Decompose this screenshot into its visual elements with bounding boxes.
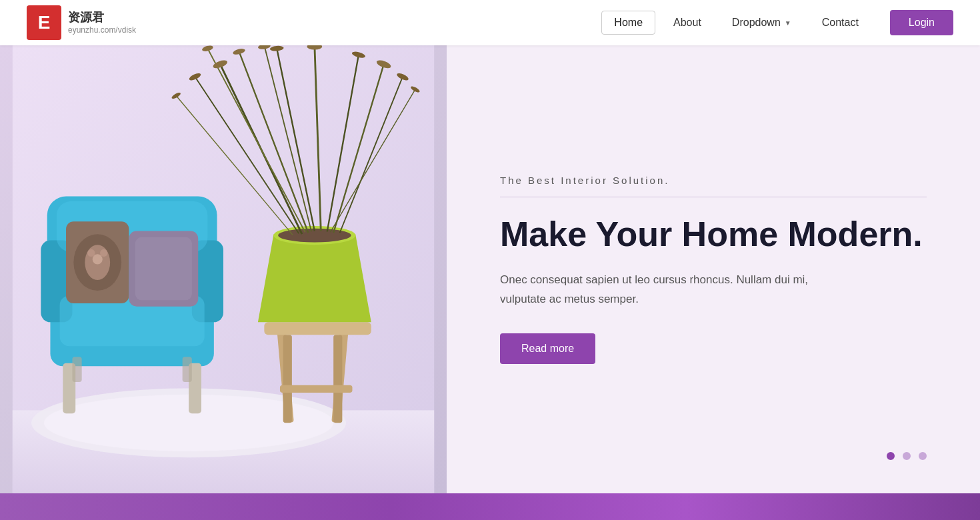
svg-rect-20 (72, 357, 81, 382)
svg-point-15 (100, 249, 107, 257)
hero-divider (500, 197, 927, 197)
footer-strip (0, 493, 980, 520)
logo: E 资源君 eyunzhu.com/vdisk (27, 5, 136, 40)
read-more-button[interactable]: Read more (500, 333, 595, 364)
furniture-svg (0, 45, 447, 493)
hero-image (0, 45, 447, 493)
nav-about[interactable]: About (661, 11, 714, 35)
nav-contact[interactable]: Contact (809, 11, 871, 35)
svg-rect-24 (283, 335, 292, 423)
logo-title: 资源君 (68, 10, 136, 25)
chevron-down-icon: ▼ (785, 19, 791, 27)
hero-subtitle: The Best Interior Solution. (500, 175, 927, 186)
carousel-dot-2[interactable] (903, 452, 911, 460)
logo-subtitle: eyunzhu.com/vdisk (68, 25, 136, 36)
hero-section: The Best Interior Solution. Make Your Ho… (0, 45, 980, 493)
nav-home[interactable]: Home (601, 11, 655, 35)
hero-description: Onec consequat sapien ut leo cursus rhon… (500, 271, 833, 309)
login-button[interactable]: Login (890, 10, 953, 35)
carousel-dot-1[interactable] (887, 452, 895, 460)
navbar: E 资源君 eyunzhu.com/vdisk Home About Dropd… (0, 0, 980, 45)
nav-dropdown[interactable]: Dropdown ▼ (719, 11, 804, 35)
carousel-dot-3[interactable] (919, 452, 927, 460)
carousel-dots (887, 452, 927, 460)
furniture-scene (0, 45, 447, 493)
svg-rect-25 (333, 335, 342, 423)
svg-rect-26 (280, 385, 353, 393)
svg-point-13 (93, 254, 103, 264)
logo-text: 资源君 eyunzhu.com/vdisk (68, 10, 136, 36)
svg-rect-17 (135, 237, 192, 300)
svg-marker-28 (258, 234, 371, 322)
svg-point-14 (87, 249, 95, 257)
hero-content: The Best Interior Solution. Make Your Ho… (447, 45, 980, 493)
svg-rect-21 (183, 357, 192, 382)
hero-title: Make Your Home Modern. (500, 213, 927, 255)
logo-icon: E (27, 5, 61, 40)
nav-links: Home About Dropdown ▼ Contact Login (601, 10, 953, 35)
svg-rect-27 (264, 322, 371, 335)
